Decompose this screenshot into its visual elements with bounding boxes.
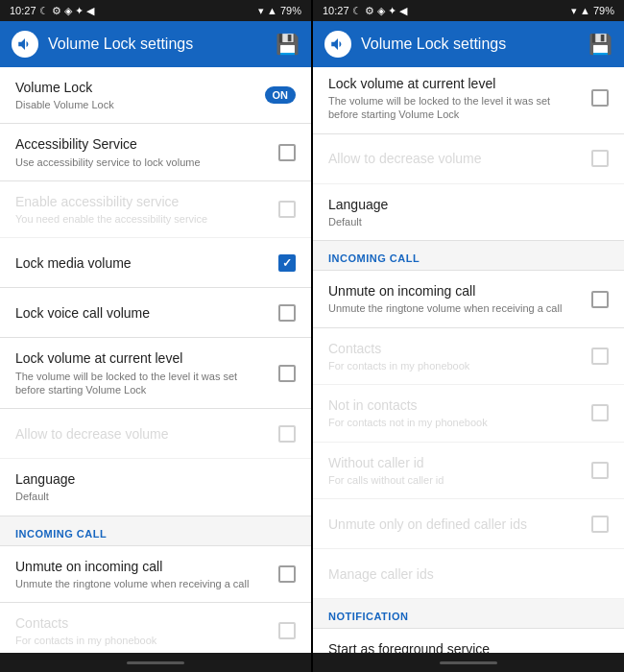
status-left: 10:27 ☾ ⚙ ◈ ✦ ◀: [10, 5, 94, 17]
header-right-group: Volume Lock settings: [324, 31, 506, 58]
unmute-incoming-title: Unmute on incoming call: [15, 558, 267, 575]
contacts-checkbox-left: [278, 622, 296, 639]
contacts-text-right: Contacts For contacts in my phonebook: [328, 340, 591, 372]
status-right: ▾ ▲ 79%: [258, 5, 301, 17]
accessibility-service-title: Accessibility Service: [15, 135, 267, 153]
not-in-contacts-subtitle-right: For contacts not in my phonebook: [328, 416, 580, 429]
app-title-left: Volume Lock settings: [48, 36, 193, 53]
contacts-checkbox-right: [591, 348, 609, 365]
unmute-incoming-item-r[interactable]: Unmute on incoming call Unmute the ringt…: [313, 271, 624, 327]
contacts-title-right: Contacts: [328, 340, 580, 357]
notify-icon-right: ✦: [388, 5, 396, 17]
lock-volume-current-text-r: Lock volume at current level The volume …: [328, 75, 591, 122]
language-text-r: Language Default: [328, 196, 609, 228]
nav-indicator-right: [440, 661, 497, 664]
enable-accessibility-text: Enable accessibility service You need en…: [15, 193, 278, 226]
language-title-r: Language: [328, 196, 597, 213]
volume-lock-title: Volume Lock: [15, 79, 253, 96]
volume-lock-toggle[interactable]: ON: [265, 86, 297, 104]
allow-decrease-title: Allow to decrease volume: [15, 425, 267, 443]
lock-volume-current-item[interactable]: Lock volume at current level The volume …: [0, 338, 311, 409]
lock-voice-call-item[interactable]: Lock voice call volume: [0, 288, 311, 338]
lock-media-volume-item[interactable]: Lock media volume: [0, 238, 311, 288]
battery-right: 79%: [593, 5, 614, 16]
nav-bar-right: [313, 653, 624, 672]
language-item[interactable]: Language Default: [0, 459, 311, 516]
lock-voice-call-checkbox[interactable]: [278, 304, 296, 322]
status-left-right: 10:27 ☾ ⚙ ◈ ✦ ◀: [323, 5, 407, 17]
manage-caller-ids-title: Manage caller ids: [328, 565, 597, 583]
unmute-incoming-item[interactable]: Unmute on incoming call Unmute the ringt…: [0, 546, 311, 603]
incoming-call-label-right: INCOMING CALL: [328, 252, 420, 264]
unmute-incoming-text: Unmute on incoming call Unmute the ringt…: [15, 558, 278, 590]
save-button-right[interactable]: 💾: [588, 33, 612, 56]
header-left-group: Volume Lock settings: [12, 31, 193, 58]
settings-list-right: Lock volume at current level The volume …: [313, 67, 624, 653]
not-in-contacts-item-right: Not in contacts For contacts not in my p…: [313, 385, 624, 442]
without-caller-id-text: Without caller id For calls without call…: [328, 454, 591, 487]
lock-volume-current-subtitle-r: The volume will be locked to the level i…: [328, 94, 580, 122]
allow-decrease-item: Allow to decrease volume: [0, 409, 311, 459]
volume-lock-item[interactable]: Volume Lock Disable Volume Lock ON: [0, 67, 311, 124]
unmute-only-defined-text: Unmute only on defined caller ids: [328, 516, 591, 533]
unmute-incoming-checkbox[interactable]: [278, 565, 296, 583]
lock-media-volume-checkbox[interactable]: [278, 254, 296, 272]
signal-strength-icon-right: ▲: [580, 5, 590, 16]
start-foreground-text: Start as foreground service Prevents the…: [328, 640, 591, 653]
start-foreground-title: Start as foreground service: [328, 640, 580, 653]
enable-accessibility-subtitle: You need enable the accessibility servic…: [15, 212, 267, 226]
lock-volume-current-checkbox[interactable]: [278, 365, 296, 382]
lock-volume-current-title-r: Lock volume at current level: [328, 75, 580, 92]
volume-lock-text: Volume Lock Disable Volume Lock: [15, 79, 265, 111]
unmute-incoming-text-r: Unmute on incoming call Unmute the ringt…: [328, 282, 591, 315]
wifi-icon-right: ⚙: [365, 5, 374, 17]
lock-volume-current-checkbox-r[interactable]: [591, 89, 609, 107]
time-left: 10:27: [10, 5, 36, 16]
enable-accessibility-item: Enable accessibility service You need en…: [0, 181, 311, 238]
allow-decrease-title-r: Allow to decrease volume: [328, 150, 580, 167]
contacts-title-left: Contacts: [15, 614, 267, 632]
not-in-contacts-title-right: Not in contacts: [328, 396, 580, 414]
accessibility-service-checkbox[interactable]: [278, 144, 296, 161]
wifi-strength-icon-right: ▾: [571, 5, 577, 17]
without-caller-id-subtitle: For calls without caller id: [328, 473, 580, 487]
notification-label-right: NOTIFICATION: [328, 611, 408, 622]
app-title-right: Volume Lock settings: [361, 36, 506, 53]
unmute-only-defined-title: Unmute only on defined caller ids: [328, 516, 580, 533]
incoming-call-section-left: INCOMING CALL: [0, 516, 311, 546]
unmute-incoming-subtitle-r: Unmute the ringtone volume when receivin…: [328, 301, 580, 315]
enable-accessibility-title: Enable accessibility service: [15, 193, 267, 210]
app-header-left: Volume Lock settings 💾: [0, 21, 311, 67]
lock-media-volume-text: Lock media volume: [15, 254, 278, 272]
start-foreground-item[interactable]: Start as foreground service Prevents the…: [313, 629, 624, 653]
unmute-incoming-checkbox-r[interactable]: [591, 291, 609, 308]
lock-volume-current-subtitle: The volume will be locked to the level i…: [15, 370, 267, 397]
language-item-r[interactable]: Language Default: [313, 184, 624, 241]
accessibility-service-item[interactable]: Accessibility Service Use accessibility …: [0, 124, 311, 180]
lock-volume-current-text: Lock volume at current level The volume …: [15, 349, 278, 396]
volume-lock-subtitle: Disable Volume Lock: [15, 98, 253, 111]
notification-section-right: NOTIFICATION: [313, 599, 624, 629]
save-button-left[interactable]: 💾: [276, 33, 300, 56]
contacts-item-right: Contacts For contacts in my phonebook: [313, 328, 624, 385]
contacts-subtitle-right: For contacts in my phonebook: [328, 359, 580, 372]
nav-bar-left: [0, 653, 311, 672]
lock-volume-current-item-r[interactable]: Lock volume at current level The volume …: [313, 67, 624, 134]
allow-decrease-checkbox-r: [591, 150, 609, 167]
lock-volume-current-title: Lock volume at current level: [15, 349, 267, 367]
app-icon: [12, 31, 38, 58]
time-right: 10:27: [323, 5, 349, 16]
nav-indicator-left: [127, 661, 184, 664]
speaker-icon-right: ◀: [399, 5, 407, 17]
enable-accessibility-checkbox: [278, 201, 296, 218]
left-panel: 10:27 ☾ ⚙ ◈ ✦ ◀ ▾ ▲ 79% Volume Lock sett…: [0, 0, 311, 672]
incoming-call-section-right: INCOMING CALL: [313, 241, 624, 271]
allow-decrease-checkbox: [278, 425, 296, 443]
right-panel: 10:27 ☾ ⚙ ◈ ✦ ◀ ▾ ▲ 79% Volume Lock sett…: [313, 0, 624, 672]
app-header-right: Volume Lock settings 💾: [313, 21, 624, 67]
battery-left: 79%: [280, 5, 301, 16]
unmute-incoming-title-r: Unmute on incoming call: [328, 282, 580, 300]
signal-strength-icon: ▲: [267, 5, 277, 16]
notify-icon: ✦: [75, 5, 84, 17]
allow-decrease-text: Allow to decrease volume: [15, 425, 278, 443]
